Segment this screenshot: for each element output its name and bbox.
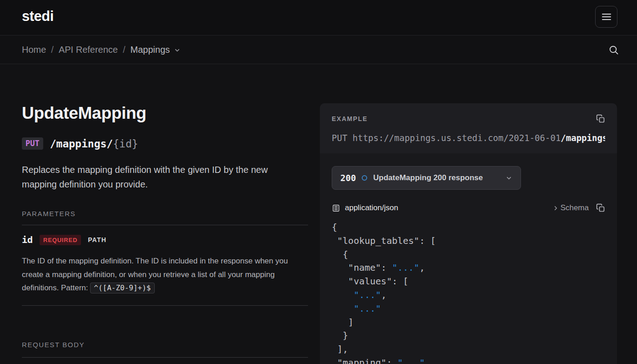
hamburger-menu-button[interactable] (595, 6, 617, 28)
json-code-block: { "lookup_tables": [ { "name": "...", "v… (332, 221, 605, 364)
schema-toggle[interactable]: Schema (552, 203, 589, 212)
breadcrumb-api-reference[interactable]: API Reference (59, 45, 118, 55)
breadcrumb-mappings-label: Mappings (131, 45, 170, 55)
example-label: EXAMPLE (332, 115, 368, 122)
chevron-down-icon (506, 175, 512, 182)
content-type-row: application/json Schema (332, 203, 605, 212)
breadcrumb-bar: Home / API Reference / Mappings (0, 35, 637, 64)
divider (22, 305, 308, 306)
status-code: 200 (340, 173, 356, 183)
method-badge: PUT (22, 137, 43, 150)
example-header: EXAMPLE PUT https://mappings.us.stedi.co… (320, 103, 617, 153)
breadcrumb: Home / API Reference / Mappings (22, 45, 181, 55)
breadcrumb-mappings-dropdown[interactable]: Mappings (131, 45, 181, 55)
endpoint-path: /mappings/{id} (50, 138, 138, 150)
parameter-name: id (22, 234, 33, 245)
content-type-label: application/json (345, 203, 398, 212)
document-icon (332, 204, 340, 212)
required-badge: REQUIRED (40, 235, 81, 245)
hamburger-icon (602, 14, 611, 20)
param-location-badge: PATH (88, 236, 106, 243)
page-title: UpdateMapping (22, 104, 147, 123)
parameter-id-row: id REQUIRED PATH (22, 234, 106, 245)
operation-description: Replaces the mapping definition with the… (22, 162, 303, 192)
top-bar: stedi (0, 0, 637, 35)
request-body-heading: REQUEST BODY (22, 341, 85, 349)
stedi-logo[interactable]: stedi (22, 8, 54, 25)
breadcrumb-home[interactable]: Home (22, 45, 46, 55)
breadcrumb-separator: / (51, 45, 54, 55)
copy-request-icon[interactable] (596, 114, 605, 123)
chevron-right-icon (552, 205, 559, 212)
schema-label: Schema (561, 203, 589, 212)
status-ring-icon (362, 175, 367, 181)
example-panel: EXAMPLE PUT https://mappings.us.stedi.co… (320, 103, 617, 364)
copy-response-icon[interactable] (596, 203, 605, 212)
pattern-code: ^([A-Z0-9]+)$ (90, 283, 154, 293)
chevron-down-icon (174, 47, 181, 54)
request-url: PUT https://mappings.us.stedi.com/2021-0… (332, 133, 605, 143)
parameters-heading: PARAMETERS (22, 210, 76, 217)
parameter-description: The ID of the mapping definition. The ID… (22, 254, 295, 295)
response-selector-label: UpdateMapping 200 response (373, 173, 483, 182)
search-icon[interactable] (608, 44, 620, 56)
divider (22, 357, 308, 358)
example-body: 200 UpdateMapping 200 response applicati… (320, 166, 617, 364)
breadcrumb-separator: / (123, 45, 126, 55)
endpoint-row: PUT /mappings/{id} (22, 137, 138, 150)
response-selector[interactable]: 200 UpdateMapping 200 response (332, 166, 521, 190)
divider (22, 225, 308, 225)
